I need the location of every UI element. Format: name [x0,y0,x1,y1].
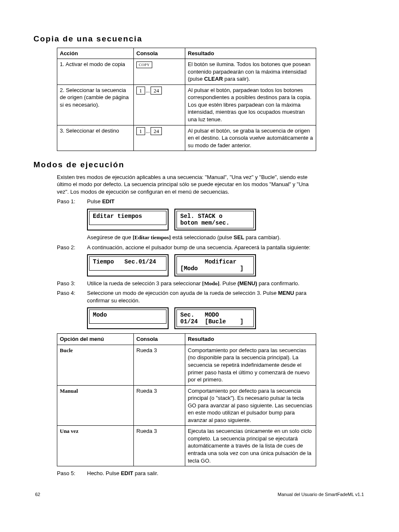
step-2: Paso 2: A continuación, accione el pulsa… [57,244,316,251]
num-box: 24 [151,127,162,136]
step-1-note: Asegúrese de que [Editar tiempos] está s… [57,234,316,241]
cell-consola: Rueda 3 [134,426,185,466]
lcd-row-2: Tiempo Sec.01/24 Modificar [Modo ] [87,254,366,276]
text: Seleccione un modo de ejecución con ayud… [87,290,278,296]
text: para cambiar). [244,234,281,240]
key-menu-text: MENU [278,290,294,296]
key-edit-text: EDIT [121,470,133,476]
text: Hecho. Pulse [87,470,121,476]
cell-accion: 3. Seleccionar el destino [57,125,134,151]
lcd-row-3: Modo Sec. MODO 01/24 [Bucle ] [87,307,366,329]
cell-consola: Rueda 3 [134,345,185,385]
step-label: Paso 5: [57,470,87,477]
text: Asegúrese de que [87,234,133,240]
num-box: 1 [136,87,145,95]
text: . Pulse [220,280,238,286]
step-3: Paso 3: Utilice la rueda de selección 3 … [57,280,316,287]
cell-resultado: Ejecuta las secuencias únicamente en un … [185,426,316,466]
text: para confirmarlo. [257,280,299,286]
intro-paragraph: Existen tres modos de ejecución aplicabl… [57,174,316,196]
th-resultado: Resultado [185,48,316,59]
text: está seleccionado (pulse [171,234,233,240]
th-accion: Acción [57,48,134,59]
num-box: 1 [136,127,145,136]
lcd-text: Modificar [Modo ] [176,256,254,274]
table-row: Una vez Rueda 3 Ejecuta las secuencias ú… [57,426,316,466]
cell-resultado: Comportamiento por defecto para la secue… [185,385,316,426]
step-label [57,234,87,241]
menu-option: Manual [60,388,78,394]
lcd-display: Sel. STACK o boton mem/sec. [174,209,256,230]
table-row: 1. Activar el modo de copia COPY El botó… [57,59,316,85]
cell-consola: 1...24 [134,125,185,151]
manual-title: Manual del Usuario de SmartFadeML v1.1 [278,491,364,498]
th-opcion: Opción del menú [57,334,134,345]
lcd-row-1: Editar tiempos Sel. STACK o boton mem/se… [87,209,366,230]
lcd-display: Tiempo Sec.01/24 [87,254,169,276]
heading-modos: Modos de ejecución [33,159,366,170]
cell-opcion: Una vez [57,426,134,466]
page-footer: 62 Manual del Usuario de SmartFadeML v1.… [33,491,366,498]
text: Pulse [87,198,102,205]
key-copy: COPY [136,61,152,68]
dots-icon: ... [145,87,151,94]
cell-accion: 1. Activar el modo de copia [57,59,134,85]
lcd-text: Modo [89,309,166,324]
cell-resultado: Al pulsar el botón, parpadean todos los … [185,84,316,125]
table-modos: Opción del menú Consola Resultado Bucle … [57,333,316,466]
heading-copia: Copia de una secuencia [33,33,366,44]
cell-opcion: Manual [57,385,134,426]
step-4: Paso 4: Seleccione un modo de ejecución … [57,289,316,304]
step-body: Seleccione un modo de ejecución con ayud… [87,289,316,304]
th-consola: Consola [134,334,185,345]
step-body: A continuación, accione el pulsador bump… [87,244,316,251]
menu-option: Una vez [60,428,78,434]
key-sel-text: SEL [234,234,244,240]
text: para salir. [133,470,159,476]
key-edit-text: EDIT [102,198,115,205]
lcd-text: Sec. MODO 01/24 [Bucle ] [176,309,254,327]
cell-opcion: Bucle [57,345,134,385]
th-resultado: Resultado [185,334,316,345]
step-label: Paso 4: [57,289,87,304]
lcd-text: Sel. STACK o boton mem/sec. [176,211,254,228]
cell-resultado: Comportamiento por defecto para las secu… [185,345,316,385]
step-body: Asegúrese de que [Editar tiempos] está s… [87,234,316,241]
step-body: Utilice la rueda de selección 3 para sel… [87,280,316,287]
num-box: 24 [151,87,162,95]
lcd-ref: [Editar tiempos] [133,234,171,240]
lcd-display: Sec. MODO 01/24 [Bucle ] [174,307,256,329]
lcd-display: Editar tiempos [87,209,169,230]
cell-consola: COPY [134,59,185,85]
lcd-ref: [Modo] [202,280,219,286]
text: para salir). [223,76,250,82]
cell-consola: 1...24 [134,84,185,125]
lcd-display: Modificar [Modo ] [174,254,256,276]
dots-icon: ... [145,128,151,134]
step-body: Pulse EDIT [87,198,316,205]
cell-consola: Rueda 3 [134,385,185,426]
menu-option: Bucle [60,347,73,353]
step-body: Hecho. Pulse EDIT para salir. [87,470,316,477]
step-label: Paso 3: [57,280,87,287]
cell-accion: 2. Seleccionar la secuencia de origen (c… [57,84,134,125]
table-row: 2. Seleccionar la secuencia de origen (c… [57,84,316,125]
table-row: 3. Seleccionar el destino 1...24 Al puls… [57,125,316,151]
step-label: Paso 2: [57,244,87,251]
lcd-text: Editar tiempos [89,211,166,225]
th-consola: Consola [134,48,185,59]
step-1: Paso 1: Pulse EDIT [57,198,316,205]
page-number: 62 [35,491,40,498]
table-row: Bucle Rueda 3 Comportamiento por defecto… [57,345,316,385]
text: Utilice la rueda de selección 3 para sel… [87,280,202,286]
key-clear-text: CLEAR [204,76,223,82]
lcd-display: Modo [87,307,169,329]
step-5: Paso 5: Hecho. Pulse EDIT para salir. [57,470,316,477]
step-label: Paso 1: [57,198,87,205]
table-copia: Acción Consola Resultado 1. Activar el m… [57,48,316,151]
lcd-text: Tiempo Sec.01/24 [89,256,166,271]
cell-resultado: Al pulsar el botón, se graba la secuenci… [185,125,316,151]
table-row: Manual Rueda 3 Comportamiento por defect… [57,385,316,426]
cell-resultado: El botón se ilumina. Todos los botones q… [185,59,316,85]
key-menu-text: (MENU) [238,280,257,286]
